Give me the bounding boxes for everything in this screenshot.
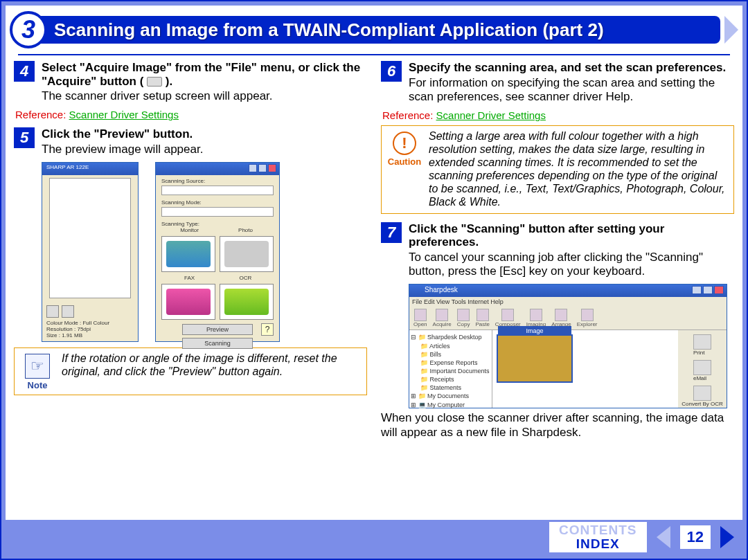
step-number-badge: 6 — [381, 61, 402, 82]
right-column: 6 Specify the scanning area, and set the… — [381, 61, 734, 440]
toolbar-arrange: Arrange — [551, 309, 571, 327]
next-page-arrow-icon[interactable] — [720, 526, 734, 548]
reference-link[interactable]: Scanner Driver Settings — [69, 109, 179, 120]
help-icon: ? — [261, 323, 274, 336]
image-thumbnail — [497, 334, 573, 383]
scanning-source-select — [161, 186, 274, 195]
close-icon — [714, 286, 724, 294]
reference-line: Reference: Scanner Driver Settings — [382, 109, 734, 121]
caution-icon: ! — [393, 132, 416, 155]
toolbar-acquire: Acquire — [433, 309, 452, 327]
page-title: Scanning an Image from a TWAIN-Compliant… — [29, 16, 720, 44]
preview-stats: Colour Mode : Full Colour Resolution : 7… — [46, 320, 109, 338]
max-icon — [703, 286, 713, 294]
step-text: To cancel your scanning job after clicki… — [409, 251, 734, 279]
scanner-settings-window: Scanning Source: Scanning Mode: Scanning… — [155, 162, 280, 342]
type-tile-fax — [161, 284, 215, 320]
content-pane — [492, 330, 678, 408]
step-number-badge: 7 — [381, 222, 402, 243]
page-inner: 3 Scanning an Image from a TWAIN-Complia… — [6, 6, 742, 554]
label-scanning-mode: Scanning Mode: — [161, 199, 274, 206]
caution-body: Setting a large area with full colour to… — [429, 130, 727, 208]
prev-page-arrow-icon[interactable] — [657, 526, 670, 548]
preview-controls — [46, 305, 74, 318]
caution-callout: ! Caution Setting a large area with full… — [381, 125, 734, 213]
toolbar-copy: Copy — [457, 309, 470, 327]
step-title: Select "Acquire Image" from the "File" m… — [42, 61, 367, 88]
side-print: Print — [693, 334, 711, 356]
step-title-part-a: Select "Acquire Image" from the "File" m… — [42, 61, 360, 88]
step-title: Specify the scanning area, and set the s… — [409, 61, 734, 75]
page-number: 12 — [680, 525, 711, 549]
stat-size: Size : 1.91 MB — [46, 333, 109, 339]
closing-text: When you close the scanner driver after … — [381, 411, 734, 440]
step-number-badge: 5 — [14, 127, 35, 148]
label-scanning-type: Scanning Type: — [161, 221, 274, 227]
step-text: For information on specifying the scan a… — [409, 76, 734, 105]
reference-line: Reference: Scanner Driver Settings — [15, 109, 367, 120]
step-title-part-b: ). — [166, 75, 172, 88]
side-actions: Print eMail Convert By OCR — [678, 330, 727, 408]
acquire-button-icon — [147, 77, 162, 87]
type-label-fax: FAX — [161, 275, 217, 281]
side-ocr: Convert By OCR — [682, 386, 723, 407]
note-callout: ☞ Note If the rotation or angle of the i… — [14, 347, 367, 395]
index-link[interactable]: INDEX — [559, 537, 637, 551]
step-6: 6 Specify the scanning area, and set the… — [381, 61, 734, 104]
min-icon — [692, 286, 702, 294]
reference-label: Reference: — [382, 109, 433, 121]
step-4: 4 Select "Acquire Image" from the "File"… — [14, 61, 367, 103]
min-icon — [249, 164, 257, 172]
step-number-badge: 4 — [14, 61, 35, 82]
step-text: The scanner driver setup screen will app… — [42, 89, 367, 103]
type-tile-photo — [220, 236, 274, 272]
step-title: Click the "Scanning" button after settin… — [409, 222, 734, 249]
scanner-preview-window: Colour Mode : Full Colour Resolution : 7… — [42, 162, 139, 342]
section-number-badge: 3 — [10, 11, 47, 48]
contents-link[interactable]: CONTENTS — [559, 523, 637, 537]
scanning-button: Scanning — [182, 338, 253, 349]
preview-button: Preview — [182, 324, 253, 335]
toolbar-explorer: Explorer — [577, 309, 598, 327]
step-title: Click the "Preview" button. — [42, 127, 367, 141]
type-label-monitor: Monitor — [161, 227, 217, 233]
type-tile-monitor — [161, 236, 215, 272]
scanning-mode-select — [161, 207, 274, 217]
label-scanning-source: Scanning Source: — [161, 178, 274, 184]
type-label-photo: Photo — [217, 227, 274, 233]
side-email: eMail — [693, 360, 711, 381]
flip-icon — [62, 305, 74, 318]
step-5: 5 Click the "Preview" button. The previe… — [14, 127, 367, 156]
type-tile-ocr — [220, 284, 274, 320]
rotate-icon — [46, 305, 59, 318]
step-text: The preview image will appear. — [42, 143, 367, 156]
max-icon — [258, 164, 267, 172]
title-arrow-icon — [724, 16, 738, 44]
title-bar: 3 Scanning an Image from a TWAIN-Complia… — [6, 6, 742, 55]
preview-thumbnails: Colour Mode : Full Colour Resolution : 7… — [42, 162, 367, 342]
preview-area — [49, 178, 131, 298]
toolbar-composer: Composer — [495, 309, 521, 327]
reference-label: Reference: — [15, 109, 66, 120]
page-frame: 3 Scanning an Image from a TWAIN-Complia… — [0, 0, 748, 560]
folder-tree: ⊟ 📁 Sharpdesk Desktop 📁 Articles 📁 Bills… — [409, 330, 492, 408]
step-7: 7 Click the "Scanning" button after sett… — [381, 222, 734, 279]
toolbar-paste: Paste — [475, 309, 489, 327]
divider — [18, 54, 730, 55]
type-label-ocr: OCR — [217, 275, 274, 281]
close-icon — [268, 164, 276, 172]
note-label: Note — [28, 380, 48, 390]
note-icon: ☞ — [25, 354, 50, 379]
contents-index-box[interactable]: CONTENTS INDEX — [549, 522, 647, 552]
toolbar-imaging: Imaging — [526, 309, 546, 327]
note-body: If the rotation or angle of the image is… — [62, 352, 359, 379]
content-columns: 4 Select "Acquire Image" from the "File"… — [6, 58, 742, 440]
left-column: 4 Select "Acquire Image" from the "File"… — [14, 61, 367, 440]
footer-bar: CONTENTS INDEX 12 — [6, 520, 742, 554]
reference-link[interactable]: Scanner Driver Settings — [436, 109, 546, 121]
window-title: Sharpdesk — [425, 286, 458, 293]
caution-label: Caution — [388, 156, 421, 167]
toolbar-open: Open — [413, 309, 427, 327]
menu-bar: File Edit View Tools Internet Help — [409, 297, 727, 307]
sharpdesk-screenshot: Sharpdesk File Edit View Tools Internet … — [409, 284, 727, 408]
